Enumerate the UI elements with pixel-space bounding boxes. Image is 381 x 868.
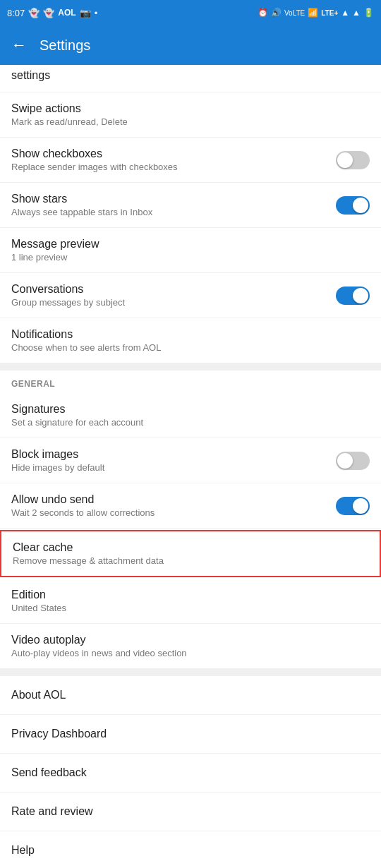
status-bar: 8:07 👻 👻 AOL 📷 • ⏰ 🔊 VoLTE 📶 LTE+ ▲ ▲ 🔋 — [0, 0, 381, 25]
wifi-lte-label: VoLTE — [284, 9, 305, 17]
conversations-toggle[interactable] — [336, 287, 370, 305]
allow-undo-send-subtitle: Wait 2 seconds to allow corrections — [11, 507, 336, 518]
setting-item-show-checkboxes[interactable]: Show checkboxes Replace sender images wi… — [0, 138, 381, 183]
signal-icon: ▲ — [341, 8, 349, 18]
notifications-title: Notifications — [11, 328, 370, 341]
alarm-icon: ⏰ — [258, 8, 268, 18]
show-checkboxes-title: Show checkboxes — [11, 147, 336, 160]
setting-item-notifications[interactable]: Notifications Choose when to see alerts … — [0, 318, 381, 363]
settings-content: settings Swipe actions Mark as read/unre… — [0, 65, 381, 868]
battery-icon: 🔋 — [363, 8, 374, 18]
block-images-toggle[interactable] — [336, 452, 370, 470]
simple-item-rate-and-review[interactable]: Rate and review — [0, 792, 381, 831]
setting-item-swipe-actions[interactable]: Swipe actions Mark as read/unread, Delet… — [0, 92, 381, 138]
simple-item-about-aol[interactable]: About AOL — [0, 676, 381, 715]
partial-settings-item: settings — [0, 65, 381, 92]
wifi-icon: 📶 — [308, 8, 318, 18]
signal2-icon: ▲ — [352, 8, 361, 18]
edition-subtitle: United States — [11, 603, 370, 613]
setting-item-message-preview[interactable]: Message preview 1 line preview — [0, 228, 381, 273]
show-stars-toggle[interactable] — [336, 196, 370, 215]
conversations-title: Conversations — [11, 283, 336, 296]
setting-item-clear-cache[interactable]: Clear cache Remove message & attachment … — [0, 530, 381, 577]
video-autoplay-subtitle: Auto-play videos in news and video secti… — [11, 648, 370, 658]
simple-item-privacy-dashboard[interactable]: Privacy Dashboard — [0, 715, 381, 754]
partial-item-title: settings — [11, 69, 370, 82]
clear-cache-subtitle: Remove message & attachment data — [13, 555, 368, 566]
setting-item-block-images[interactable]: Block images Hide images by default — [0, 438, 381, 483]
simple-item-help[interactable]: Help — [0, 831, 381, 868]
back-button[interactable]: ← — [11, 36, 27, 54]
notifications-subtitle: Choose when to see alerts from AOL — [11, 342, 370, 353]
clear-cache-title: Clear cache — [13, 541, 368, 554]
camera-icon: 📷 — [80, 8, 91, 18]
message-preview-subtitle: 1 line preview — [11, 252, 370, 263]
block-images-subtitle: Hide images by default — [11, 462, 336, 473]
aol-label: AOL — [58, 8, 75, 18]
setting-item-show-stars[interactable]: Show stars Always see tappable stars in … — [0, 183, 381, 228]
signatures-title: Signatures — [11, 403, 370, 416]
setting-item-video-autoplay[interactable]: Video autoplay Auto-play videos in news … — [0, 624, 381, 669]
allow-undo-send-toggle[interactable] — [336, 497, 370, 515]
bottom-section-divider — [0, 669, 381, 676]
ghost-icon: 👻 — [28, 8, 40, 18]
settings-header: ← Settings — [0, 25, 381, 65]
setting-item-edition[interactable]: Edition United States — [0, 579, 381, 624]
edition-title: Edition — [11, 589, 370, 601]
message-preview-title: Message preview — [11, 238, 370, 251]
time-display: 8:07 — [7, 8, 25, 18]
conversations-subtitle: Group messages by subject — [11, 297, 336, 308]
video-autoplay-title: Video autoplay — [11, 634, 370, 646]
show-checkboxes-toggle[interactable] — [336, 151, 370, 169]
lte-label: LTE+ — [321, 9, 338, 17]
setting-item-signatures[interactable]: Signatures Set a signature for each acco… — [0, 393, 381, 438]
show-stars-title: Show stars — [11, 193, 336, 205]
block-images-title: Block images — [11, 448, 336, 461]
page-title: Settings — [40, 37, 90, 54]
swipe-actions-subtitle: Mark as read/unread, Delete — [11, 116, 370, 127]
allow-undo-send-title: Allow undo send — [11, 493, 336, 506]
signatures-subtitle: Set a signature for each account — [11, 417, 370, 428]
swipe-actions-title: Swipe actions — [11, 102, 370, 115]
simple-item-send-feedback[interactable]: Send feedback — [0, 754, 381, 792]
general-section-divider — [0, 363, 381, 370]
dot-icon: • — [95, 8, 98, 18]
setting-item-conversations[interactable]: Conversations Group messages by subject — [0, 273, 381, 318]
volume-icon: 🔊 — [271, 8, 282, 18]
show-checkboxes-subtitle: Replace sender images with checkboxes — [11, 162, 336, 172]
status-bar-left: 8:07 👻 👻 AOL 📷 • — [7, 8, 97, 18]
show-stars-subtitle: Always see tappable stars in Inbox — [11, 207, 336, 217]
general-section-label: GENERAL — [0, 370, 381, 393]
ghost2-icon: 👻 — [43, 8, 54, 18]
setting-item-allow-undo-send[interactable]: Allow undo send Wait 2 seconds to allow … — [0, 483, 381, 529]
status-bar-right: ⏰ 🔊 VoLTE 📶 LTE+ ▲ ▲ 🔋 — [258, 8, 374, 18]
